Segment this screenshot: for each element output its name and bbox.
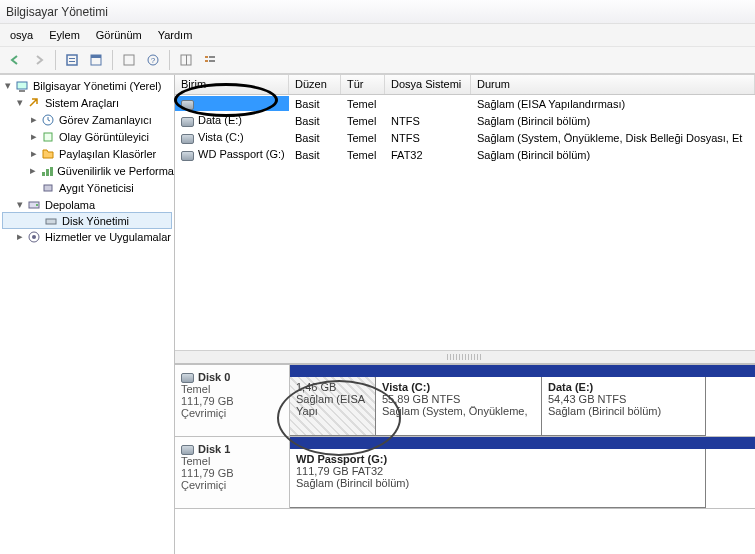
cell-tur: Temel: [341, 97, 385, 111]
disk-graphical-view[interactable]: Disk 0Temel111,79 GBÇevrimiçi1,46 GBSağl…: [175, 365, 755, 554]
svg-rect-19: [46, 169, 49, 176]
col-duzen[interactable]: Düzen: [289, 75, 341, 94]
cell-duzen: Basit: [289, 148, 341, 162]
menu-bar: osya Eylem Görünüm Yardım: [0, 24, 755, 46]
svg-rect-10: [205, 56, 208, 58]
cell-tur: Temel: [341, 148, 385, 162]
expand-icon[interactable]: ▸: [28, 147, 39, 160]
partition[interactable]: WD Passport (G:)111,79 GB FAT32Sağlam (B…: [290, 449, 706, 508]
volume-list-header[interactable]: Birim Düzen Tür Dosya Sistemi Durum: [175, 75, 755, 95]
volume-row[interactable]: WD Passport (G:)BasitTemelFAT32Sağlam (B…: [175, 146, 755, 163]
expand-icon[interactable]: ▾: [14, 198, 25, 211]
tree-label: Bilgisayar Yönetimi (Yerel): [33, 80, 161, 92]
col-tur[interactable]: Tür: [341, 75, 385, 94]
tree-label: Hizmetler ve Uygulamalar: [45, 231, 171, 243]
tree-label: Olay Görüntüleyici: [59, 131, 149, 143]
device-icon: [40, 180, 56, 196]
tree-event-viewer[interactable]: ▸ Olay Görüntüleyici: [0, 128, 174, 145]
volume-icon: [181, 117, 194, 127]
content-area: Birim Düzen Tür Dosya Sistemi Durum Basi…: [175, 75, 755, 554]
expand-icon[interactable]: ▸: [28, 113, 39, 126]
tree-disk-management[interactable]: Disk Yönetimi: [2, 212, 172, 229]
volume-row[interactable]: Data (E:)BasitTemelNTFSSağlam (Birincil …: [175, 112, 755, 129]
menu-action[interactable]: Eylem: [41, 26, 88, 44]
toolbar-refresh-button[interactable]: [118, 49, 140, 71]
disk-row[interactable]: Disk 1Temel111,79 GBÇevrimiçiWD Passport…: [175, 437, 755, 509]
svg-rect-11: [205, 60, 208, 62]
window-titlebar: Bilgisayar Yönetimi: [0, 0, 755, 24]
toolbar-help-button[interactable]: ?: [142, 49, 164, 71]
toolbar-list-button[interactable]: [199, 49, 221, 71]
tree-label: Paylaşılan Klasörler: [59, 148, 156, 160]
expand-icon[interactable]: ▸: [14, 230, 25, 243]
svg-rect-2: [69, 61, 75, 62]
svg-rect-14: [17, 82, 27, 89]
disk-icon: [43, 213, 59, 229]
cell-tur: Temel: [341, 114, 385, 128]
svg-text:?: ?: [151, 56, 156, 65]
toolbar: ?: [0, 46, 755, 74]
event-icon: [40, 129, 56, 145]
menu-file[interactable]: osya: [2, 26, 41, 44]
svg-rect-1: [69, 58, 75, 59]
expand-icon[interactable]: ▸: [28, 164, 38, 177]
navigation-tree[interactable]: ▾ Bilgisayar Yönetimi (Yerel) ▾ Sistem A…: [0, 75, 175, 554]
toolbar-view-button[interactable]: [175, 49, 197, 71]
disk-row[interactable]: Disk 0Temel111,79 GBÇevrimiçi1,46 GBSağl…: [175, 365, 755, 437]
cell-fs: NTFS: [385, 131, 471, 145]
svg-rect-15: [19, 90, 25, 92]
tree-task-scheduler[interactable]: ▸ Görev Zamanlayıcı: [0, 111, 174, 128]
tree-services[interactable]: ▸ Hizmetler ve Uygulamalar: [0, 228, 174, 245]
tree-label: Depolama: [45, 199, 95, 211]
partition[interactable]: 1,46 GBSağlam (EISA Yapı: [290, 377, 376, 436]
volume-list[interactable]: Birim Düzen Tür Dosya Sistemi Durum Basi…: [175, 75, 755, 365]
splitter[interactable]: [175, 350, 755, 364]
svg-rect-17: [44, 133, 52, 141]
tree-label: Görev Zamanlayıcı: [59, 114, 152, 126]
tree-shared-folders[interactable]: ▸ Paylaşılan Klasörler: [0, 145, 174, 162]
cell-birim: Vista (C:): [175, 130, 289, 144]
cell-fs: FAT32: [385, 148, 471, 162]
cell-fs: [385, 103, 471, 105]
window-title: Bilgisayar Yönetimi: [6, 5, 108, 19]
cell-birim: WD Passport (G:): [175, 147, 289, 161]
tree-storage[interactable]: ▾ Depolama: [0, 196, 174, 213]
folder-icon: [40, 146, 56, 162]
cell-durum: Sağlam (Birincil bölüm): [471, 148, 755, 162]
cell-duzen: Basit: [289, 131, 341, 145]
svg-rect-0: [67, 55, 77, 65]
tree-root[interactable]: ▾ Bilgisayar Yönetimi (Yerel): [0, 77, 174, 94]
toolbar-button-2[interactable]: [85, 49, 107, 71]
clock-icon: [40, 112, 56, 128]
volume-row[interactable]: BasitTemelSağlam (EISA Yapılandırması): [175, 95, 755, 112]
nav-back-button[interactable]: [4, 49, 26, 71]
svg-rect-12: [209, 56, 215, 58]
col-birim[interactable]: Birim: [175, 75, 289, 94]
computer-icon: [14, 78, 30, 94]
volume-list-body: BasitTemelSağlam (EISA Yapılandırması)Da…: [175, 95, 755, 163]
svg-rect-13: [209, 60, 215, 62]
partition[interactable]: Data (E:)54,43 GB NTFSSağlam (Birincil b…: [542, 377, 706, 436]
cell-tur: Temel: [341, 131, 385, 145]
expand-icon[interactable]: ▾: [14, 96, 25, 109]
nav-forward-button[interactable]: [28, 49, 50, 71]
partition[interactable]: Vista (C:)55,89 GB NTFSSağlam (System, Ö…: [376, 377, 542, 436]
col-fs[interactable]: Dosya Sistemi: [385, 75, 471, 94]
cell-duzen: Basit: [289, 114, 341, 128]
perf-icon: [39, 163, 54, 179]
disk-partitions: WD Passport (G:)111,79 GB FAT32Sağlam (B…: [290, 437, 755, 508]
tree-system-tools[interactable]: ▾ Sistem Araçları: [0, 94, 174, 111]
toolbar-button-1[interactable]: [61, 49, 83, 71]
volume-row[interactable]: Vista (C:)BasitTemelNTFSSağlam (System, …: [175, 129, 755, 146]
menu-help[interactable]: Yardım: [150, 26, 201, 44]
col-durum[interactable]: Durum: [471, 75, 755, 94]
expand-icon[interactable]: ▸: [28, 130, 39, 143]
expand-icon[interactable]: ▾: [2, 79, 13, 92]
svg-rect-5: [124, 55, 134, 65]
cell-birim: Data (E:): [175, 113, 289, 127]
tree-device-manager[interactable]: Aygıt Yöneticisi: [0, 179, 174, 196]
menu-view[interactable]: Görünüm: [88, 26, 150, 44]
disk-icon: [181, 373, 194, 383]
partition-strip: [290, 437, 755, 449]
tree-reliability[interactable]: ▸ Güvenilirlik ve Performa: [0, 162, 174, 179]
